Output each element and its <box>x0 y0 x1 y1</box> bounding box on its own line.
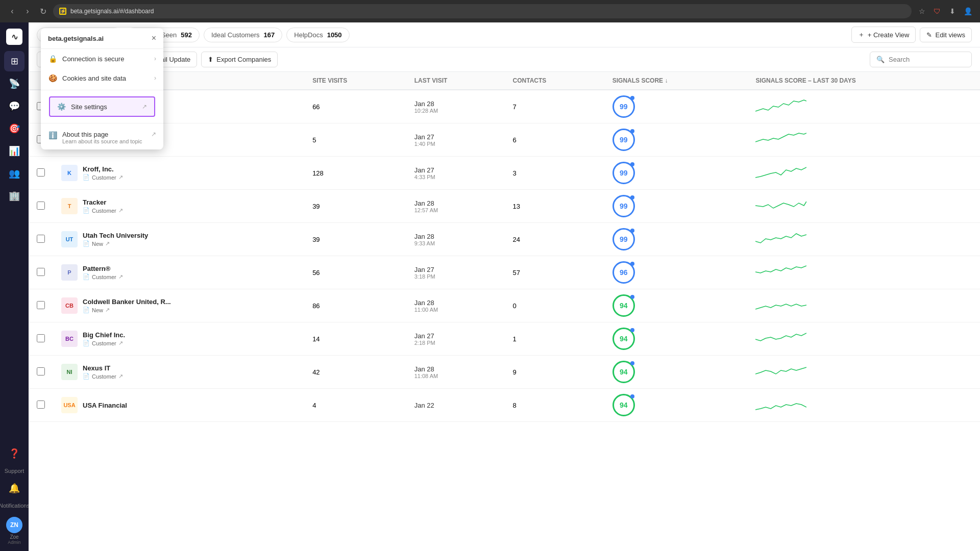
connection-label: Connection is secure <box>62 55 124 63</box>
site-settings-label: Site settings <box>71 103 107 111</box>
security-popup: beta.getsignals.ai × 🔒 Connection is sec… <box>41 28 163 149</box>
info-icon: ℹ️ <box>48 131 57 140</box>
about-title: About this page <box>62 131 142 138</box>
popup-divider-2 <box>41 123 163 123</box>
site-settings-external-icon: ↗ <box>142 103 147 110</box>
popup-about-item[interactable]: ℹ️ About this page Learn about its sourc… <box>41 126 163 149</box>
cookies-label: Cookies and site data <box>62 74 126 82</box>
popup-site-settings-item[interactable]: ⚙️ Site settings ↗ <box>49 96 155 117</box>
about-external-icon: ↗ <box>151 131 156 138</box>
popup-divider-1 <box>41 90 163 90</box>
popup-connection-item[interactable]: 🔒 Connection is secure › <box>41 49 163 68</box>
popup-close-button[interactable]: × <box>152 34 156 42</box>
lock-icon: 🔒 <box>48 54 57 63</box>
connection-arrow: › <box>154 55 156 62</box>
about-subtitle: Learn about its source and topic <box>62 138 142 144</box>
settings-icon: ⚙️ <box>57 103 66 111</box>
popup-cookies-item[interactable]: 🍪 Cookies and site data › <box>41 68 163 88</box>
cookies-icon: 🍪 <box>48 73 57 83</box>
cookies-arrow: › <box>154 74 156 82</box>
popup-header: beta.getsignals.ai × <box>41 28 163 49</box>
popup-site-name: beta.getsignals.ai <box>48 35 104 42</box>
